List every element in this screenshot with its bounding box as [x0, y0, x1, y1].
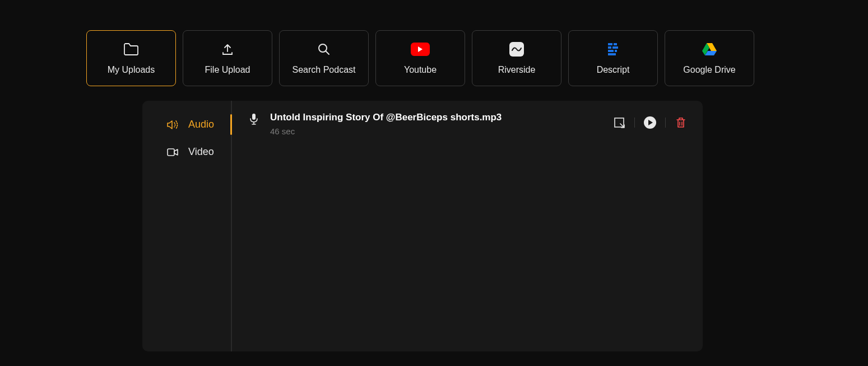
- tab-label: My Uploads: [108, 65, 155, 75]
- tab-video-label: Video: [188, 146, 214, 158]
- file-actions: [613, 116, 687, 129]
- tab-riverside[interactable]: Riverside: [472, 30, 561, 86]
- media-type-tabs: Audio Video: [142, 101, 232, 351]
- file-info: Untold Inspiring Story Of @BeerBiceps sh…: [270, 112, 603, 136]
- search-icon: [317, 41, 331, 57]
- video-camera-icon: [167, 148, 178, 157]
- svg-rect-6: [615, 50, 617, 52]
- tab-label: Google Drive: [683, 65, 735, 75]
- tab-label: Search Podcast: [293, 65, 356, 75]
- tab-descript[interactable]: Descript: [568, 30, 658, 86]
- delete-button[interactable]: [675, 116, 687, 129]
- microphone-icon: [248, 113, 260, 125]
- svg-rect-4: [612, 46, 618, 49]
- descript-icon: [606, 41, 620, 57]
- file-name: Untold Inspiring Story Of @BeerBiceps sh…: [270, 112, 603, 123]
- svg-rect-1: [608, 43, 612, 45]
- folder-icon: [123, 41, 139, 57]
- tab-video[interactable]: Video: [142, 138, 231, 166]
- tab-youtube[interactable]: Youtube: [375, 30, 465, 86]
- svg-rect-3: [608, 46, 611, 49]
- tab-audio-label: Audio: [188, 119, 214, 130]
- tab-audio[interactable]: Audio: [142, 111, 231, 138]
- file-list: Untold Inspiring Story Of @BeerBiceps sh…: [232, 101, 703, 351]
- tab-label: Riverside: [498, 65, 536, 75]
- divider: [665, 118, 666, 128]
- google-drive-icon: [702, 41, 717, 57]
- svg-rect-7: [608, 53, 616, 55]
- youtube-icon: [411, 41, 430, 57]
- divider: [634, 118, 635, 128]
- tab-label: File Upload: [205, 65, 250, 75]
- tab-label: Descript: [597, 65, 630, 75]
- tab-label: Youtube: [404, 65, 437, 75]
- svg-rect-2: [614, 43, 617, 45]
- svg-rect-8: [168, 149, 174, 156]
- select-file-button[interactable]: [613, 116, 625, 129]
- upload-icon: [221, 41, 234, 57]
- source-tabs-row: My Uploads File Upload Search Podcast: [0, 0, 868, 86]
- file-row[interactable]: Untold Inspiring Story Of @BeerBiceps sh…: [248, 112, 687, 136]
- tab-my-uploads[interactable]: My Uploads: [86, 30, 176, 86]
- riverside-icon: [509, 41, 524, 57]
- tab-search-podcast[interactable]: Search Podcast: [279, 30, 369, 86]
- svg-rect-9: [252, 114, 256, 120]
- content-panel: Audio Video Untold Inspiring Stor: [142, 101, 703, 351]
- file-duration: 46 sec: [270, 126, 603, 136]
- speaker-icon: [167, 120, 178, 130]
- tab-google-drive[interactable]: Google Drive: [665, 30, 754, 86]
- play-button[interactable]: [644, 116, 656, 129]
- svg-rect-5: [608, 50, 614, 52]
- tab-file-upload[interactable]: File Upload: [183, 30, 272, 86]
